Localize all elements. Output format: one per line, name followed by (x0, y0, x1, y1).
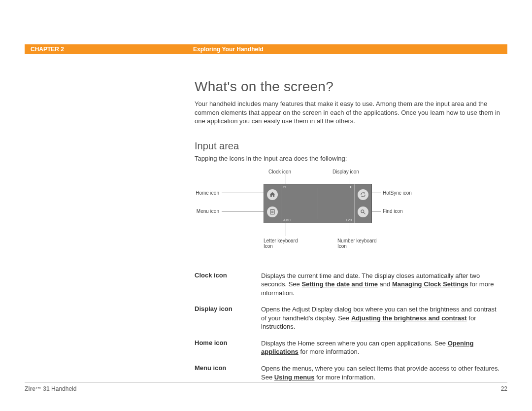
input-area-diagram: Clock icon Display icon Home icon Menu i… (195, 169, 502, 263)
find-label: Find icon (383, 208, 403, 214)
input-area-graphic: ◷ ◐ ABC 123 (264, 184, 372, 223)
link-managing-clock[interactable]: Managing Clock Settings (392, 280, 468, 288)
clock-label: Clock icon (268, 169, 291, 174)
def-display: Display icon Opens the Adjust Display di… (195, 305, 502, 331)
menu-icon (267, 206, 278, 217)
number-keyboard-icon: 123 (346, 218, 352, 222)
product-name: Zire™ 31 Handheld (25, 385, 76, 392)
page-content: What's on the screen? Your handheld incl… (195, 79, 502, 389)
display-icon: ◐ (350, 185, 352, 188)
def-home: Home icon Displays the Home screen where… (195, 339, 502, 356)
link-setting-date-time[interactable]: Setting the date and time (301, 280, 378, 288)
page-heading: What's on the screen? (195, 79, 502, 95)
clock-icon: ◷ (283, 185, 286, 188)
chapter-label: CHAPTER 2 (25, 46, 193, 53)
letter-kb-label: Letter keyboardIcon (264, 238, 298, 249)
chapter-title: Exploring Your Handheld (193, 46, 264, 53)
def-menu: Menu icon Opens the menus, where you can… (195, 364, 502, 381)
display-label: Display icon (332, 169, 359, 174)
section-subtext: Tapping the icons in the input area does… (195, 155, 502, 162)
svg-line-5 (364, 212, 366, 214)
chapter-header: CHAPTER 2 Exploring Your Handheld (25, 44, 507, 54)
number-kb-label: Number keyboardIcon (337, 238, 376, 249)
home-icon (267, 189, 278, 200)
home-label: Home icon (195, 190, 219, 196)
section-heading: Input area (195, 140, 502, 152)
page-number: 22 (501, 385, 507, 392)
letter-keyboard-icon: ABC (283, 218, 291, 222)
page-footer: Zire™ 31 Handheld 22 (25, 382, 507, 392)
link-adjusting-brightness[interactable]: Adjusting the brightness and contrast (351, 314, 467, 322)
hotsync-icon (358, 189, 368, 200)
icon-definitions: Clock icon Displays the current time and… (195, 272, 502, 381)
hotsync-label: HotSync icon (383, 190, 412, 196)
find-icon (358, 206, 368, 217)
menu-label: Menu icon (195, 208, 219, 214)
intro-paragraph: Your handheld includes many features tha… (195, 100, 502, 126)
link-using-menus[interactable]: Using menus (274, 374, 315, 381)
def-clock: Clock icon Displays the current time and… (195, 272, 502, 298)
svg-point-4 (361, 210, 364, 213)
